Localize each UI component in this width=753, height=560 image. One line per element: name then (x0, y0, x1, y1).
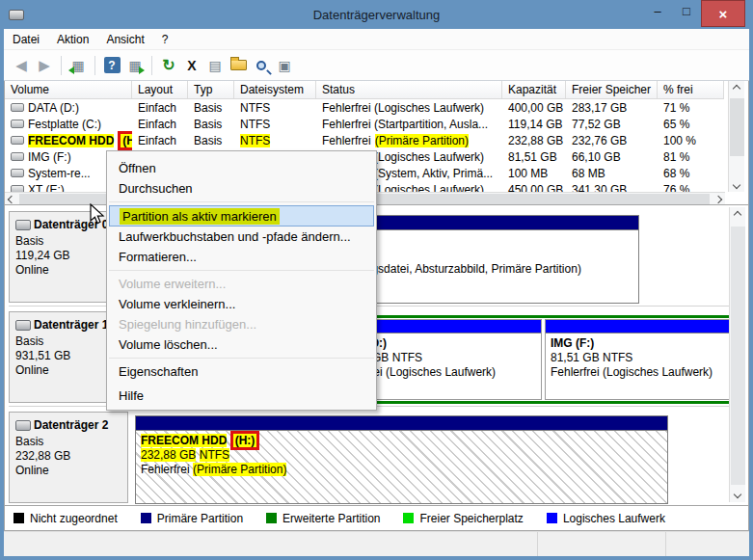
menu-item-laufwerkbuchstaben-aendern[interactable]: Laufwerkbuchstaben und -pfade ändern... (109, 227, 374, 247)
toolbar-separator (151, 56, 152, 75)
toolbar: ◀ ▶ ▦ ? ▦ ↻ X ▤ ▣ (4, 50, 749, 81)
disk2-label-panel[interactable]: Datenträger 2 Basis 232,88 GB Online (9, 412, 128, 503)
legend-erweiterte-partition: Erweiterte Partition (266, 512, 380, 525)
toolbar-separator (94, 56, 95, 75)
menu-item-formatieren[interactable]: Formatieren... (109, 247, 374, 267)
context-menu: Öffnen Durchsuchen Partition als aktiv m… (106, 150, 377, 411)
delete-icon[interactable]: X (180, 54, 203, 77)
menu-ansicht[interactable]: Ansicht (97, 31, 152, 48)
primary-partition-strip (136, 416, 667, 431)
menu-separator (109, 201, 374, 202)
mouse-cursor (87, 203, 108, 229)
legend-swatch (403, 513, 414, 523)
legend-bar: Nicht zugeordnet Primäre Partition Erwei… (4, 506, 749, 531)
menu-aktion[interactable]: Aktion (48, 31, 97, 48)
scroll-left-icon[interactable] (9, 197, 14, 202)
menu-datei[interactable]: Datei (4, 31, 48, 48)
menu-item-volume-loeschen[interactable]: Volume löschen... (109, 334, 374, 355)
menu-item-partition-als-aktiv-markieren[interactable]: Partition als aktiv markieren (109, 205, 374, 227)
disk2-status: Online (15, 464, 127, 478)
disk-management-window: Datenträgerverwaltung – □ × Datei Aktion… (0, 0, 753, 560)
menu-item-durchsuchen[interactable]: Durchsuchen (109, 178, 374, 199)
scroll-down-icon[interactable] (734, 182, 740, 188)
table-vertical-scrollbar[interactable] (728, 81, 744, 192)
scroll-down-icon[interactable] (735, 492, 740, 497)
scrollbar-thumb[interactable] (730, 98, 744, 156)
menu-item-eigenschaften[interactable]: Eigenschaften (109, 361, 374, 382)
menu-item-volume-verkleinern[interactable]: Volume verkleinern... (109, 294, 374, 314)
column-status[interactable]: Status (316, 81, 502, 98)
table-row[interactable]: DATA (D:) Einfach Basis NTFS Fehlerfrei … (5, 99, 724, 116)
disk-row-2: Datenträger 2 Basis 232,88 GB Online FRE… (9, 409, 743, 504)
toolbar-separator (61, 56, 62, 75)
menu-item-volume-erweitern: Volume erweitern... (109, 274, 374, 294)
legend-swatch (547, 513, 557, 523)
volume-icon (11, 136, 24, 145)
menu-bar: Datei Aktion Ansicht ? (4, 29, 749, 50)
volume-icon (11, 152, 24, 161)
volume-icon (11, 120, 24, 128)
legend-logisches-laufwerk: Logisches Laufwerk (547, 512, 665, 525)
column-freier-speicher[interactable]: Freier Speicher (566, 81, 658, 98)
menu-item-hilfe[interactable]: Hilfe (109, 386, 374, 406)
column-dateisystem[interactable]: Dateisystem (234, 81, 316, 98)
help-icon[interactable]: ? (100, 54, 123, 77)
freecom-bar-name: FREECOM HDD (141, 434, 227, 447)
logical-drive-strip (546, 320, 731, 333)
scroll-right-icon[interactable] (715, 197, 721, 202)
scroll-up-icon[interactable] (735, 212, 740, 218)
volume-icon (11, 103, 24, 112)
legend-nicht-zugeordnet: Nicht zugeordnet (13, 512, 118, 525)
column-kapazitaet[interactable]: Kapazität (502, 81, 566, 98)
scrollbar-thumb[interactable] (731, 227, 745, 485)
menu-item-oeffnen[interactable]: Öffnen (109, 158, 374, 178)
window-title: Datenträgerverwaltung (0, 8, 753, 22)
action-pane-icon[interactable]: ▦ (123, 54, 147, 77)
computer-settings-icon[interactable]: ▣ (273, 54, 296, 77)
disk2-partition-freecom[interactable]: FREECOM HDD (H:) 232,88 GB NTFS Fehlerfr… (135, 415, 668, 504)
refresh-icon[interactable]: ↻ (157, 54, 180, 77)
menu-hilfe[interactable]: ? (153, 31, 177, 48)
open-folder-icon[interactable] (227, 54, 250, 77)
menu-separator (109, 270, 374, 271)
drive-letter-annotation: (H:) (230, 431, 260, 450)
close-button[interactable]: × (701, 0, 745, 27)
disk-icon (15, 220, 31, 230)
menu-item-spiegelung-hinzufuegen: Spiegelung hinzufügen... (109, 314, 374, 334)
column-prozent-frei[interactable]: % frei (658, 81, 724, 98)
logical-drive-img[interactable]: IMG (F:) 81,51 GB NTFS Fehlerfrei (Logis… (545, 319, 732, 400)
console-tree-icon[interactable]: ▦ (67, 54, 90, 77)
volume-icon (11, 185, 24, 192)
legend-swatch (266, 513, 277, 523)
table-row-freecom[interactable]: FREECOM HDD(H:) Einfach Basis NTFS Fehle… (5, 132, 724, 148)
legend-swatch (141, 513, 151, 523)
legend-freier-speicherplatz: Freier Speicherplatz (403, 512, 523, 525)
volume-icon (11, 169, 24, 177)
search-icon[interactable] (250, 54, 273, 77)
table-header: Volume Layout Typ Dateisystem Status Kap… (5, 81, 724, 99)
forward-icon[interactable]: ▶ (33, 54, 56, 77)
scroll-up-icon[interactable] (734, 86, 740, 92)
properties-icon[interactable]: ▤ (203, 54, 227, 77)
column-typ[interactable]: Typ (188, 81, 234, 98)
minimize-button[interactable]: – (643, 0, 672, 21)
graph-vertical-scrollbar[interactable] (729, 207, 745, 502)
disk2-size: 232,88 GB (15, 449, 127, 464)
legend-primaere-partition: Primäre Partition (141, 512, 243, 525)
column-volume[interactable]: Volume (5, 81, 132, 98)
table-row[interactable]: Festplatte (C:) Einfach Basis NTFS Fehle… (5, 116, 724, 132)
status-bar (4, 531, 749, 556)
disk-icon (15, 320, 31, 331)
drive-letter-annotation: (H:) (118, 131, 132, 150)
disk2-typ: Basis (15, 435, 127, 449)
back-icon[interactable]: ◀ (10, 54, 33, 77)
column-layout[interactable]: Layout (132, 81, 188, 98)
menu-separator (109, 358, 374, 359)
freecom-volume-name: FREECOM HDD (28, 134, 114, 147)
maximize-button[interactable]: □ (672, 0, 701, 21)
disk-icon (15, 420, 31, 431)
legend-swatch (13, 513, 24, 523)
title-bar[interactable]: Datenträgerverwaltung – □ × (0, 0, 753, 29)
